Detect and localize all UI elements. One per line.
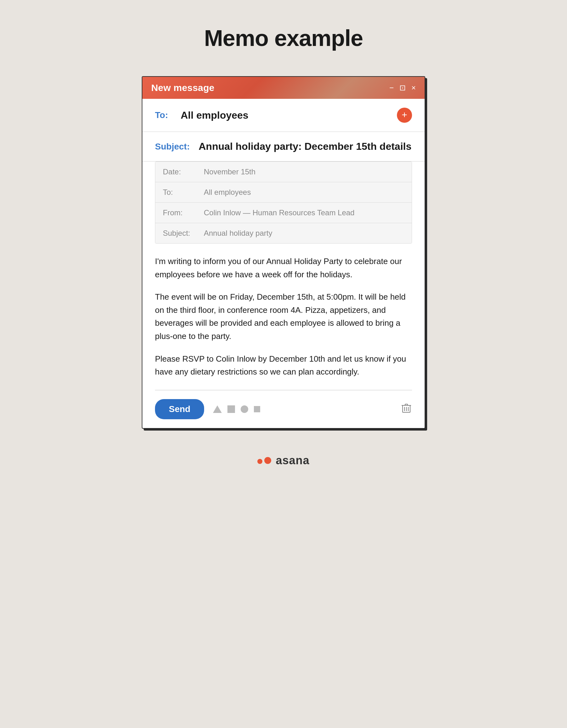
subject-label: Subject: (155, 142, 190, 152)
memo-subject-label: Subject: (163, 229, 204, 238)
titlebar-title: New message (151, 82, 214, 93)
add-recipient-button[interactable]: + (397, 108, 412, 123)
body-paragraph-1: I'm writing to inform you of our Annual … (155, 255, 412, 281)
page-wrapper: Memo example New message − ⊡ × To: All e… (0, 25, 567, 467)
to-field-row: To: All employees + (142, 99, 425, 132)
memo-from-label: From: (163, 208, 204, 217)
body-paragraph-2: The event will be on Friday, December 15… (155, 291, 412, 343)
page-title: Memo example (204, 25, 363, 51)
asana-dot-small-left (257, 459, 262, 464)
memo-row-from: From: Colin Inlow — Human Resources Team… (155, 203, 412, 223)
memo-row-date: Date: November 15th (155, 162, 412, 182)
memo-date-label: Date: (163, 167, 204, 176)
toolbar-icons (213, 405, 260, 413)
plus-icon: + (402, 110, 407, 120)
to-value: All employees (180, 110, 248, 121)
memo-header-table: Date: November 15th To: All employees Fr… (155, 161, 412, 244)
maximize-button[interactable]: ⊡ (400, 84, 406, 92)
memo-to-value: All employees (204, 188, 251, 197)
subject-value: Annual holiday party: December 15th deta… (198, 141, 411, 152)
asana-branding: asana (257, 454, 309, 467)
format-small-square-icon[interactable] (254, 406, 260, 412)
delete-button[interactable] (401, 402, 412, 416)
email-footer: Send (142, 390, 425, 428)
asana-logo-dots (257, 457, 271, 464)
memo-row-subject: Subject: Annual holiday party (155, 223, 412, 243)
asana-dot-large-right (264, 457, 271, 464)
close-button[interactable]: × (411, 84, 416, 92)
email-body: I'm writing to inform you of our Annual … (142, 244, 425, 390)
memo-subject-value: Annual holiday party (204, 229, 272, 238)
memo-from-value: Colin Inlow — Human Resources Team Lead (204, 208, 354, 217)
minimize-button[interactable]: − (389, 84, 394, 92)
titlebar-controls: − ⊡ × (389, 84, 416, 92)
memo-to-label: To: (163, 188, 204, 197)
send-button[interactable]: Send (155, 399, 204, 419)
footer-left: Send (155, 399, 260, 419)
memo-date-value: November 15th (204, 167, 255, 176)
body-paragraph-3: Please RSVP to Colin Inlow by December 1… (155, 353, 412, 379)
format-circle-icon[interactable] (241, 405, 248, 413)
format-triangle-icon[interactable] (213, 405, 222, 413)
email-window: New message − ⊡ × To: All employees + Su… (142, 76, 425, 429)
to-field-left: To: All employees (155, 110, 248, 121)
to-label: To: (155, 110, 168, 120)
asana-brand-name: asana (275, 454, 309, 467)
title-bar: New message − ⊡ × (142, 77, 425, 99)
subject-field-row: Subject: Annual holiday party: December … (142, 132, 425, 161)
memo-row-to: To: All employees (155, 182, 412, 203)
format-square-icon[interactable] (227, 405, 235, 413)
